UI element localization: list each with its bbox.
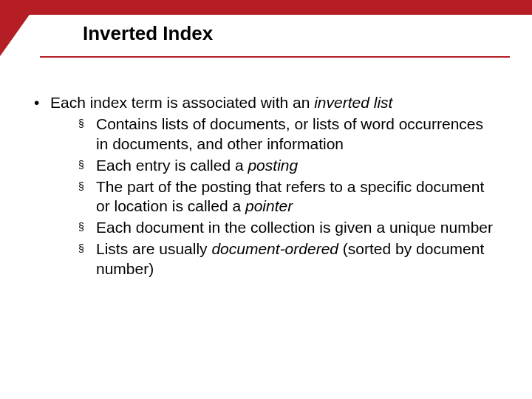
list-item: § The part of the posting that refers to… <box>78 177 498 217</box>
bullet-main-pre: Each index term is associated with an <box>50 94 314 111</box>
sub-bullet-list: § Contains lists of documents, or lists … <box>78 115 498 279</box>
sub-italic: pointer <box>245 197 293 214</box>
square-bullet-icon: § <box>78 218 96 237</box>
list-item: § Each document in the collection is giv… <box>78 218 498 238</box>
title-underline <box>40 56 510 58</box>
slide-body: • Each index term is associated with an … <box>34 93 498 281</box>
square-bullet-icon: § <box>78 177 96 197</box>
square-bullet-icon: § <box>78 239 96 259</box>
list-item: § Each entry is called a posting <box>78 156 498 176</box>
list-item: § Lists are usually document-ordered (so… <box>78 239 498 279</box>
sub-bullet-text: Contains lists of documents, or lists of… <box>96 115 498 154</box>
bullet-dot-icon: • <box>34 93 50 113</box>
sub-bullet-text: The part of the posting that refers to a… <box>96 177 498 217</box>
header-wedge <box>0 0 40 56</box>
sub-bullet-text: Each entry is called a posting <box>96 156 498 176</box>
bullet-main: • Each index term is associated with an … <box>34 93 498 113</box>
square-bullet-icon: § <box>78 115 96 134</box>
bullet-main-italic: inverted list <box>314 94 392 111</box>
sub-bullet-text: Each document in the collection is given… <box>96 218 498 238</box>
sub-italic: document-ordered <box>211 240 338 257</box>
sub-pre: Each entry is called a <box>96 157 248 174</box>
sub-italic: posting <box>248 157 298 174</box>
bullet-main-text: Each index term is associated with an in… <box>50 93 498 113</box>
sub-pre: Lists are usually <box>96 240 211 257</box>
sub-bullet-text: Lists are usually document-ordered (sort… <box>96 239 498 279</box>
slide-title: Inverted Index <box>83 22 213 45</box>
header-band <box>0 0 532 15</box>
square-bullet-icon: § <box>78 156 96 175</box>
list-item: § Contains lists of documents, or lists … <box>78 115 498 154</box>
